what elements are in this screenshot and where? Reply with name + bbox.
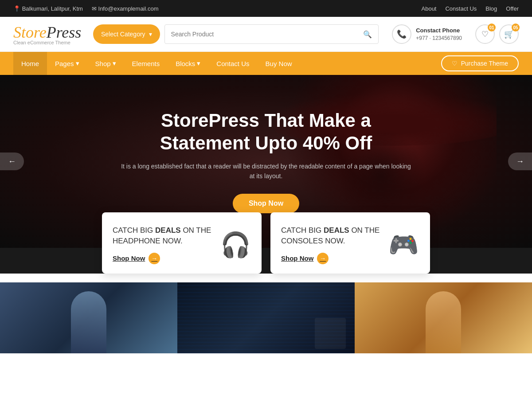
purchase-theme-button[interactable]: ♡ Purchase Theme — [441, 55, 519, 71]
deals-container-bg: CATCH BIG DEALS ON THE HEADPHONE NOW. Sh… — [0, 212, 532, 274]
contact-number: +977 · 1234567890 — [416, 35, 462, 42]
topbar-about-link[interactable]: About — [422, 5, 437, 12]
cart-button[interactable]: 🛒 05 — [499, 24, 519, 44]
wishlist-badge: 01 — [488, 23, 496, 31]
hero-content: StorePress That Make a Statement Upto 40… — [111, 110, 421, 213]
chevron-down-icon: ▾ — [197, 59, 200, 67]
nav-contact[interactable]: Contact Us — [208, 52, 257, 75]
cart-badge: 05 — [512, 23, 520, 31]
header: StorePress Clean eCommerce Theme Select … — [0, 17, 532, 52]
location-icon: 📍 — [13, 5, 20, 12]
top-bar-left: 📍 Balkumari, Lalitpur, Ktm ✉ Info@exampl… — [13, 5, 159, 12]
logo: StorePress Clean eCommerce Theme — [13, 23, 84, 45]
hero-next-arrow[interactable]: → — [508, 153, 532, 170]
email-icon: ✉ — [92, 5, 97, 12]
navigation: Home Pages ▾ Shop ▾ Elements Blocks ▾ Co… — [0, 52, 532, 75]
gamepad-icon: 🎮 — [388, 231, 419, 259]
headphone-icon: 🎧 — [220, 231, 251, 259]
top-bar: 📍 Balkumari, Lalitpur, Ktm ✉ Info@exampl… — [0, 0, 532, 17]
nav-items: Home Pages ▾ Shop ▾ Elements Blocks ▾ Co… — [13, 52, 441, 75]
heart-icon: ♡ — [481, 29, 489, 39]
deals-section: CATCH BIG DEALS ON THE HEADPHONE NOW. Sh… — [0, 212, 532, 274]
hero-cta-button[interactable]: Shop Now — [233, 194, 299, 213]
top-bar-right: About Constact Us Blog Offer — [422, 5, 519, 12]
deal-arrow-icon-2: → — [317, 253, 329, 264]
contact-info: 📞 Constact Phone +977 · 1234567890 — [392, 24, 462, 44]
nav-buynow[interactable]: Buy Now — [258, 52, 300, 75]
deal-text-1: CATCH BIG DEALS ON THE HEADPHONE NOW. Sh… — [113, 225, 220, 264]
nav-shop[interactable]: Shop ▾ — [87, 52, 124, 75]
topbar-contact-link[interactable]: Constact Us — [445, 5, 477, 12]
deal-text-2: CATCH BIG DEALS ON THE CONSOLES NOW. Sho… — [281, 225, 388, 264]
heart-icon: ♡ — [452, 60, 458, 67]
phone-icon-circle: 📞 — [392, 24, 411, 44]
gallery-item-1 — [0, 282, 177, 353]
hero-subtitle: It is a long established fact that a rea… — [120, 161, 412, 181]
contact-details: Constact Phone +977 · 1234567890 — [416, 27, 462, 42]
hero-title: StorePress That Make a Statement Upto 40… — [120, 110, 412, 154]
email: ✉ Info@examplemail.com — [92, 5, 159, 12]
search-input[interactable] — [171, 31, 364, 38]
phone-icon: 📞 — [397, 29, 407, 39]
chevron-down-icon: ▾ — [76, 59, 79, 67]
chevron-down-icon: ▾ — [113, 59, 116, 67]
gallery-item-3 — [355, 282, 532, 353]
nav-blocks[interactable]: Blocks ▾ — [168, 52, 208, 75]
deal-shopnow-2[interactable]: Shop Now → — [281, 253, 388, 264]
hero-prev-arrow[interactable]: ← — [0, 153, 24, 170]
deal-shopnow-1[interactable]: Shop Now → — [113, 253, 220, 264]
nav-home[interactable]: Home — [13, 52, 47, 75]
nav-pages[interactable]: Pages ▾ — [47, 52, 87, 75]
nav-elements[interactable]: Elements — [124, 52, 168, 75]
address: 📍 Balkumari, Lalitpur, Ktm — [13, 5, 83, 12]
cart-icon: 🛒 — [504, 29, 514, 39]
deal-card-console: CATCH BIG DEALS ON THE CONSOLES NOW. Sho… — [270, 212, 430, 274]
search-icon[interactable]: 🔍 — [363, 30, 372, 39]
deal-heading-2: CATCH BIG DEALS ON THE CONSOLES NOW. — [281, 225, 388, 246]
gallery-item-2 — [177, 282, 355, 353]
contact-label: Constact Phone — [416, 27, 462, 35]
deal-image-console: 🎮 — [388, 225, 419, 265]
header-icons: ♡ 01 🛒 05 — [475, 24, 519, 44]
topbar-offer-link[interactable]: Offer — [506, 5, 519, 12]
category-button[interactable]: Select Category ▾ — [93, 24, 160, 44]
search-box: 🔍 — [164, 24, 379, 44]
deal-heading-1: CATCH BIG DEALS ON THE HEADPHONE NOW. — [113, 225, 220, 246]
deal-arrow-icon-1: → — [149, 253, 160, 264]
topbar-blog-link[interactable]: Blog — [485, 5, 497, 12]
deal-card-headphone: CATCH BIG DEALS ON THE HEADPHONE NOW. Sh… — [102, 212, 262, 274]
search-area: Select Category ▾ 🔍 — [93, 24, 379, 44]
deal-image-headphone: 🎧 — [220, 225, 251, 265]
logo-text: StorePress — [13, 23, 84, 42]
chevron-down-icon: ▾ — [149, 31, 152, 38]
gallery-section — [0, 282, 532, 353]
wishlist-button[interactable]: ♡ 01 — [475, 24, 495, 44]
